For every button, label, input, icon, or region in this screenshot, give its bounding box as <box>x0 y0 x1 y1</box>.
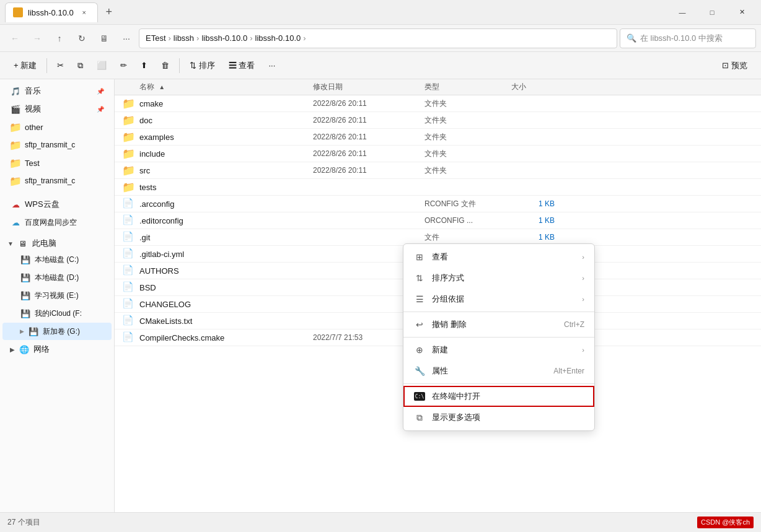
cut-button[interactable]: ✂ <box>51 56 70 76</box>
sidebar-item-network[interactable]: ▶ 🌐 网络 <box>2 341 112 358</box>
network-icon: 🌐 <box>19 344 30 355</box>
sidebar-item-test[interactable]: 📁 Test <box>2 154 112 172</box>
rename-button[interactable]: ✏ <box>114 56 133 76</box>
breadcrumb-bar[interactable]: ETest › libssh › libssh-0.10.0 › libssh-… <box>139 28 617 48</box>
cm-item-group[interactable]: ☰ 分组依据 › <box>403 289 594 310</box>
cm-item-props[interactable]: 🔧 属性 Alt+Enter <box>403 360 594 382</box>
main-area: 🎵 音乐 📌 🎬 视频 📌 📁 other 📁 sftp_transmit_c … <box>0 79 761 512</box>
folder-icon: 📁 <box>122 165 135 177</box>
sidebar-item-drive-d[interactable]: 💾 本地磁盘 (D:) <box>2 269 112 286</box>
view-grid-icon: ⊞ <box>413 251 426 263</box>
tab-area: libssh-0.10.0 × + <box>5 2 668 22</box>
sidebar-item-sftp2[interactable]: 📁 sftp_transmit_c <box>2 172 112 190</box>
tab-title: libssh-0.10.0 <box>28 8 74 17</box>
sidebar-item-music[interactable]: 🎵 音乐 📌 <box>2 82 112 100</box>
file-type-icon: 📁 <box>122 147 134 160</box>
file-type: 文件夹 <box>424 149 511 159</box>
sidebar-item-drive-c[interactable]: 💾 本地磁盘 (C:) <box>2 251 112 268</box>
file-type-icon: 📄 <box>122 281 134 294</box>
preview-button[interactable]: ⊡ 预览 <box>716 56 754 76</box>
file-name: .arcconfig <box>139 199 174 209</box>
cm-item-terminal[interactable]: C:\ 在终端中打开 <box>403 386 594 407</box>
cm-item-more-options[interactable]: ⧉ 显示更多选项 <box>403 407 594 428</box>
col-header-size[interactable]: 大小 <box>511 82 561 92</box>
up-button[interactable]: ↑ <box>50 28 69 48</box>
breadcrumb-libssh[interactable]: libssh <box>174 33 194 43</box>
file-row[interactable]: 📁 examples 2022/8/26 20:11 文件夹 <box>115 129 761 146</box>
sidebar-label-music: 音乐 <box>25 85 41 97</box>
col-header-type[interactable]: 类型 <box>424 82 511 92</box>
forward-button[interactable]: → <box>27 28 47 48</box>
cm-item-new[interactable]: ⊕ 新建 › <box>403 339 594 360</box>
sidebar-item-drive-f[interactable]: 💾 我的iCloud (F: <box>2 305 112 322</box>
file-row[interactable]: 📁 src 2022/8/26 20:11 文件夹 <box>115 162 761 179</box>
new-tab-button[interactable]: + <box>100 4 118 21</box>
tab-libssh[interactable]: libssh-0.10.0 × <box>5 2 98 22</box>
file-name-cell: 📄 .editorconfig <box>115 214 313 227</box>
refresh-button[interactable]: ↻ <box>72 28 92 48</box>
sidebar-item-video[interactable]: 🎬 视频 📌 <box>2 100 112 118</box>
file-row[interactable]: 📁 tests <box>115 179 761 196</box>
breadcrumb-current[interactable]: libssh-0.10.0 <box>255 33 301 43</box>
terminal-icon-svg: C:\ <box>414 392 425 401</box>
file-row[interactable]: 📁 include 2022/8/26 20:11 文件夹 <box>115 146 761 162</box>
sidebar-item-drive-g[interactable]: ▶ 💾 新加卷 (G:) <box>2 323 112 340</box>
folder-icon: 📁 <box>122 98 135 110</box>
file-date: 2022/8/26 20:11 <box>313 133 424 141</box>
minimize-button[interactable]: — <box>668 2 697 22</box>
file-date: 2022/8/26 20:11 <box>313 149 424 158</box>
search-bar[interactable]: 🔍 在 libssh-0.10.0 中搜索 <box>620 28 756 48</box>
breadcrumb-more-button[interactable]: ··· <box>117 28 136 48</box>
sidebar-item-sftp1[interactable]: 📁 sftp_transmit_c <box>2 136 112 154</box>
breadcrumb-libssh-010[interactable]: libssh-0.10.0 <box>201 33 247 43</box>
file-name: BSD <box>139 283 156 292</box>
file-icon: 📄 <box>122 298 134 308</box>
col-header-name[interactable]: 名称 ▲ <box>115 82 313 92</box>
cm-divider-1 <box>403 312 594 312</box>
sidebar-label-wps: WPS云盘 <box>25 199 59 210</box>
cm-new-label: 新建 <box>432 344 576 355</box>
view-button[interactable]: ☰ 查看 <box>222 56 262 76</box>
close-button[interactable]: ✕ <box>728 2 756 22</box>
cm-item-view[interactable]: ⊞ 查看 › <box>403 246 594 268</box>
share-button[interactable]: ⬆ <box>134 56 154 76</box>
toolbar: + 新建 ✂ ⧉ ⬜ ✏ ⬆ 🗑 ⇅ 排序 ☰ 查看 ··· ⊡ 预览 <box>0 52 761 79</box>
sidebar-pc-header[interactable]: ▼ 🖥 此电脑 <box>0 234 114 250</box>
file-row[interactable]: 📄 .arcconfig RCONFIG 文件 1 KB <box>115 196 761 212</box>
file-type: 文件 <box>424 232 511 243</box>
file-type-icon: 📄 <box>122 198 134 210</box>
file-row[interactable]: 📄 .editorconfig ORCONFIG ... 1 KB <box>115 212 761 229</box>
sidebar-label-drive-c: 本地磁盘 (C:) <box>35 255 79 265</box>
delete-button[interactable]: 🗑 <box>155 56 175 76</box>
new-button[interactable]: + 新建 <box>7 56 43 76</box>
maximize-button[interactable]: □ <box>698 2 726 22</box>
drive-c-icon: 💾 <box>20 254 31 265</box>
back-button[interactable]: ← <box>5 28 25 48</box>
sort-button[interactable]: ⇅ 排序 <box>183 56 221 76</box>
copy-button[interactable]: ⧉ <box>71 56 89 76</box>
cm-item-sort[interactable]: ⇅ 排序方式 › <box>403 268 594 289</box>
computer-button[interactable]: 🖥 <box>94 28 114 48</box>
file-size: 1 KB <box>511 199 561 208</box>
sidebar-item-wps[interactable]: ☁ WPS云盘 <box>2 196 112 213</box>
sidebar-item-other[interactable]: 📁 other <box>2 118 112 136</box>
toolbar-divider-1 <box>46 58 47 73</box>
file-row[interactable]: 📁 cmake 2022/8/26 20:11 文件夹 <box>115 95 761 112</box>
cm-props-label: 属性 <box>432 365 547 377</box>
sidebar-item-baidu[interactable]: ☁ 百度网盘同步空 <box>2 214 112 231</box>
col-header-date[interactable]: 修改日期 <box>313 82 424 92</box>
file-name-cell: 📁 examples <box>115 131 313 143</box>
cm-item-undo[interactable]: ↩ 撤销 删除 Ctrl+Z <box>403 314 594 335</box>
file-name: cmake <box>139 99 163 108</box>
breadcrumb-etest[interactable]: ETest <box>146 33 166 43</box>
file-type-icon: 📄 <box>122 231 134 243</box>
toolbar-more-button[interactable]: ··· <box>262 56 281 76</box>
more-options-icon: ⧉ <box>413 411 426 424</box>
tab-close-button[interactable]: × <box>79 7 90 18</box>
sidebar-item-drive-e[interactable]: 💾 学习视频 (E:) <box>2 287 112 304</box>
sidebar-label-other: other <box>25 123 43 132</box>
folder-icon-other: 📁 <box>10 121 21 133</box>
paste-button[interactable]: ⬜ <box>90 56 113 76</box>
file-type-icon: 📄 <box>122 315 134 327</box>
file-row[interactable]: 📁 doc 2022/8/26 20:11 文件夹 <box>115 112 761 129</box>
